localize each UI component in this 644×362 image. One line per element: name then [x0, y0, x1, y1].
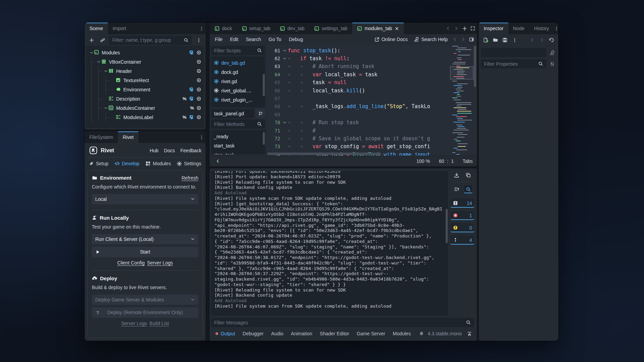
tree-row-environment[interactable]: Environment [86, 85, 204, 94]
method-item-stop-task[interactable]: stop_task [211, 150, 265, 154]
visibility-icon[interactable] [196, 78, 201, 83]
output-log[interactable]: [Rivet] Port update: backend=24721 edito… [211, 171, 448, 315]
tree-collapse-icon[interactable] [103, 106, 108, 110]
tree-row-vboxcontainer[interactable]: VBoxContainer [86, 57, 204, 66]
tab-rivet[interactable]: Rivet [118, 131, 138, 143]
code-minimap[interactable] [452, 46, 472, 156]
visibility-icon[interactable] [196, 59, 201, 64]
start-button[interactable]: Start [92, 247, 198, 257]
link-server-logs[interactable]: Server Logs [121, 321, 147, 326]
tab-settings-tab[interactable]: settings_tab [309, 23, 352, 34]
unique-name-badge[interactable]: % [183, 96, 186, 101]
bell-icon[interactable] [417, 328, 425, 339]
close-icon[interactable] [395, 26, 399, 31]
filter-toggle-warning[interactable]: 0 [451, 223, 474, 232]
refresh-link[interactable]: Refresh [182, 175, 198, 181]
copy-log-icon[interactable] [464, 171, 472, 179]
tab-setup-tab[interactable]: setup_tab [237, 23, 275, 34]
tree-row-modulescontainer[interactable]: ModulesContainer% [86, 103, 204, 113]
unique-name-badge[interactable]: % [190, 106, 194, 111]
rivet-nav-setup[interactable]: Setup [89, 161, 109, 166]
sort-scripts-button[interactable] [256, 109, 265, 118]
edit-history-icon[interactable] [547, 34, 556, 46]
bottom-tab-shader-editor[interactable]: Shader Editor [316, 331, 353, 336]
code-vertical-scrollbar[interactable] [474, 46, 476, 87]
menu-debug[interactable]: Debug [285, 37, 307, 42]
rivet-link-docs[interactable]: Docs [164, 148, 175, 153]
filter-toggle-message[interactable]: 14 [451, 198, 474, 208]
scene-filter-input[interactable]: Filter: name, t:type, g:group [109, 36, 192, 45]
scene-toolbar-menu-icon[interactable] [195, 34, 203, 46]
rivet-nav-develop[interactable]: Develop [114, 161, 139, 166]
code-horizontal-scrollbar[interactable] [267, 153, 381, 155]
save-resource-icon[interactable] [501, 34, 509, 46]
bottom-tab-audio[interactable]: Audio [268, 331, 287, 336]
tree-row-modules[interactable]: Modules [86, 48, 204, 57]
zoom-level[interactable]: 100 % [416, 158, 430, 164]
nav-forward-icon[interactable] [459, 34, 467, 44]
menu-file[interactable]: File [211, 37, 226, 42]
collapse-duplicates-icon[interactable] [453, 185, 461, 193]
visibility-icon[interactable] [196, 96, 201, 101]
script-icon[interactable] [189, 96, 194, 101]
tree-row-description[interactable]: Description% [86, 94, 204, 103]
visibility-icon[interactable] [196, 68, 201, 74]
scripts-list-scrollbar[interactable] [263, 74, 265, 96]
panel-menu-icon[interactable] [197, 131, 206, 143]
filter-methods-input[interactable]: Filter Methods [211, 119, 265, 129]
link-build-list[interactable]: Build List [149, 321, 169, 326]
tree-row-header[interactable]: Header [86, 66, 204, 76]
menu-go-to[interactable]: Go To [265, 37, 285, 42]
tab-node[interactable]: Node [508, 23, 529, 34]
next-script-icon[interactable] [452, 23, 460, 34]
tab-modules-tab[interactable]: modules_tab [352, 23, 404, 34]
script-icon[interactable] [189, 50, 194, 55]
resource-menu-icon[interactable] [510, 34, 519, 46]
script-icon[interactable] [189, 87, 194, 92]
history-back-icon[interactable] [528, 34, 536, 46]
panel-menu-icon[interactable] [197, 23, 206, 34]
fold-icon[interactable] [283, 120, 288, 125]
search-log-icon[interactable] [464, 185, 472, 193]
filter-toggle-info[interactable]: 4 [451, 235, 474, 245]
unique-name-badge[interactable]: % [183, 115, 186, 120]
link-client-config[interactable]: Client Config [117, 260, 145, 266]
tree-row-texturerect[interactable]: TextureRect [86, 76, 204, 85]
methods-list-scrollbar[interactable] [263, 132, 265, 145]
tab-inspector[interactable]: Inspector [479, 23, 508, 34]
filter-toggle-error[interactable]: 1 [451, 211, 474, 220]
filter-scripts-input[interactable]: Filter Scripts [211, 46, 265, 55]
visibility-icon[interactable] [196, 115, 201, 120]
bottom-tab-game-server[interactable]: Game Server [353, 331, 389, 336]
menu-edit[interactable]: Edit [226, 37, 242, 42]
fold-icon[interactable] [283, 56, 288, 61]
fold-icon[interactable] [283, 49, 288, 53]
history-forward-icon[interactable] [538, 34, 546, 46]
filter-messages-input[interactable]: Filter Messages [211, 318, 474, 327]
search-help-button[interactable]: DOCSearch Help [411, 37, 451, 42]
filter-properties-input[interactable]: Filter Properties [481, 59, 546, 68]
tab-history[interactable]: History [529, 23, 554, 34]
script-item-rivet-gd[interactable]: rivet.gd [211, 77, 265, 86]
script-item-rivet-plugin-[interactable]: rivet_plugin_... [211, 95, 265, 104]
scroll-left-icon[interactable] [214, 156, 222, 166]
run-mode-select[interactable]: Run Client & Server (Local) [92, 234, 198, 244]
visibility-icon[interactable] [196, 50, 201, 55]
tree-collapse-icon[interactable] [103, 69, 108, 73]
object-name-field[interactable] [481, 48, 546, 57]
visibility-icon[interactable] [196, 87, 201, 92]
method-item-start-task[interactable]: start_task [211, 141, 265, 150]
tab-filesystem[interactable]: FileSystem [85, 131, 118, 143]
scripts-panel-toggle-icon[interactable] [467, 34, 475, 44]
code-editor[interactable]: 61func stop_task():62» if task != null:6… [267, 44, 477, 156]
indent-type[interactable]: Tabs [462, 158, 473, 164]
panel-menu-icon[interactable] [554, 23, 558, 34]
tab-scene[interactable]: Scene [85, 23, 108, 34]
tab-import[interactable]: Import [108, 23, 131, 34]
expand-bottom-panel-icon[interactable] [465, 328, 473, 339]
tree-collapse-icon[interactable] [89, 51, 94, 55]
rivet-link-feedback[interactable]: Feedback [181, 148, 201, 153]
online-docs-button[interactable]: Online Docs [371, 37, 411, 42]
tab-dev-tab[interactable]: dev_tab [275, 23, 309, 34]
script-icon[interactable] [189, 115, 194, 120]
